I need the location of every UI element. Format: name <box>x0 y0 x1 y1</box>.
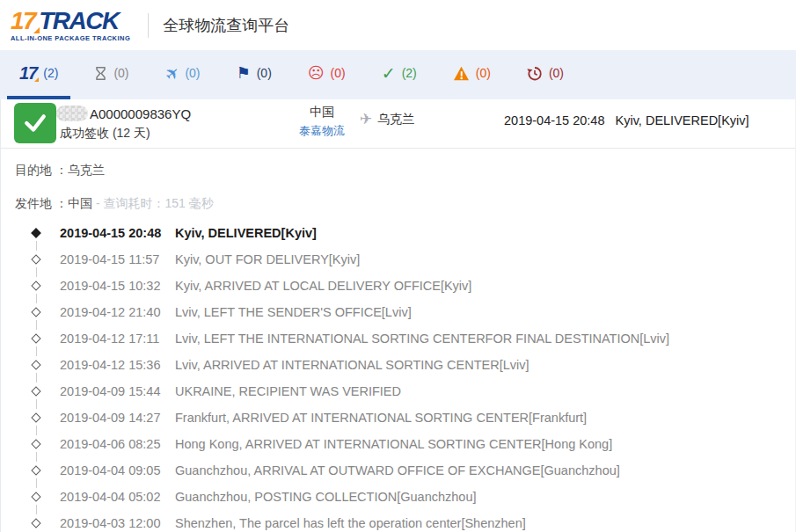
event-status: Kyiv, OUT FOR DELIVERY[Kyiv] <box>175 252 360 266</box>
event-date: 2019-04-12 17:11 <box>60 332 175 346</box>
header-divider <box>148 13 149 38</box>
event-date: 2019-04-12 15:36 <box>60 358 175 372</box>
timeline-event: 2019-04-09 15:44UKRAINE, RECIPIENT WAS V… <box>1 378 795 404</box>
event-status: Shenzhen, The parcel has left the operat… <box>175 516 526 530</box>
event-date: 2019-04-09 14:27 <box>60 411 175 425</box>
tab-arrived[interactable]: ⚑(0) <box>224 50 284 99</box>
tab-expired[interactable]: (0) <box>515 50 576 99</box>
destination-country: 乌克兰 <box>377 112 414 128</box>
latest-event-status: Kyiv, DELIVERED[Kyiv] <box>616 113 749 128</box>
timeline-event: 2019-04-04 05:02Guanchzhou, POSTING COLL… <box>1 484 795 510</box>
privacy-blur <box>56 106 88 121</box>
logo-wedge-icon <box>33 27 40 33</box>
check-icon: ✓ <box>382 65 396 82</box>
event-date: 2019-04-04 09:05 <box>60 463 175 477</box>
diamond-hollow-icon <box>31 492 40 501</box>
timeline-event: 2019-04-15 11:57Kyiv, OUT FOR DELIVERY[K… <box>1 246 795 273</box>
tab-undelivered[interactable]: ☹(0) <box>296 50 358 99</box>
diamond-hollow-icon <box>31 518 40 528</box>
diamond-hollow-icon <box>31 281 40 290</box>
event-status: Lviv, ARRIVED AT INTERNATIONAL SORTING C… <box>175 358 529 372</box>
timeline-event: 2019-04-12 21:40Lviv, LEFT THE SENDER'S … <box>1 299 795 325</box>
tab-count: (2) <box>402 66 417 80</box>
timeline-event: 2019-04-04 09:05Guanchzhou, ARRIVAL AT O… <box>1 457 795 484</box>
timeline-event: 2019-04-06 08:25Hong Kong, ARRIVED AT IN… <box>1 431 795 457</box>
origin-value: 中国 <box>68 196 92 212</box>
seventeen-logo-icon: 17 <box>19 63 37 84</box>
query-time-note: - 查询耗时：151 毫秒 <box>96 196 214 212</box>
tab-count: (2) <box>43 66 58 80</box>
logo-wordmark: 17TRACK <box>11 9 130 33</box>
tab-transit[interactable]: ✈(0) <box>153 50 213 99</box>
event-status: Guanchzhou, POSTING COLLECTION[Guanchzho… <box>175 490 477 504</box>
tab-count: (0) <box>257 66 272 80</box>
origin-country: 中国 <box>291 105 353 120</box>
event-date: 2019-04-03 12:00 <box>60 516 175 530</box>
sad-face-icon: ☹ <box>308 65 325 81</box>
warning-icon <box>453 66 470 81</box>
origin-column: 中国 泰嘉物流 <box>291 105 353 139</box>
header: 17TRACK ALL-IN-ONE PACKAGE TRACKING 全球物流… <box>0 0 796 50</box>
diamond-hollow-icon <box>31 412 40 422</box>
tracking-number: A0000009836YQ <box>56 104 191 123</box>
check-glyph <box>24 113 47 133</box>
timeline-event: 2019-04-12 17:11Lviv, LEFT THE INTERNATI… <box>1 325 795 352</box>
flag-icon: ⚑ <box>237 65 251 81</box>
tab-count: (0) <box>113 66 128 80</box>
timeline-event: 2019-04-15 20:48Kyiv, DELIVERED[Kyiv] <box>1 220 795 246</box>
event-status: Kyiv, ARRIVED AT LOCAL DELIVERY OFFICE[K… <box>175 279 471 293</box>
delivery-status-text: 成功签收 (12 天) <box>60 126 191 142</box>
event-status: Frankfurt, ARRIVED AT INTERNATIONAL SORT… <box>175 411 587 425</box>
tab-count: (0) <box>476 66 491 80</box>
shipment-info: A0000009836YQ 成功签收 (12 天) <box>56 104 191 142</box>
latest-event-time: 2019-04-15 20:48 <box>504 113 605 128</box>
timeline-event: 2019-04-03 12:00Shenzhen, The parcel has… <box>1 510 795 532</box>
event-date: 2019-04-15 11:57 <box>60 252 175 266</box>
event-status: Guanchzhou, ARRIVAL AT OUTWARD OFFICE OF… <box>175 463 620 477</box>
event-date: 2019-04-15 20:48 <box>60 226 175 240</box>
diamond-filled-icon <box>31 228 40 237</box>
destination-label: 目的地 ： <box>15 163 68 179</box>
route: 中国 泰嘉物流 ✈ 乌克兰 <box>291 105 414 139</box>
17track-logo[interactable]: 17TRACK ALL-IN-ONE PACKAGE TRACKING <box>11 9 130 42</box>
event-date: 2019-04-04 05:02 <box>60 490 175 504</box>
event-date: 2019-04-09 15:44 <box>60 384 175 398</box>
shipment-card[interactable]: A0000009836YQ 成功签收 (12 天) 中国 泰嘉物流 ✈ 乌克兰 … <box>1 99 795 149</box>
results-panel: A0000009836YQ 成功签收 (12 天) 中国 泰嘉物流 ✈ 乌克兰 … <box>0 99 796 532</box>
logo-tagline: ALL-IN-ONE PACKAGE TRACKING <box>11 35 130 42</box>
timeline-event: 2019-04-09 14:27Frankfurt, ARRIVED AT IN… <box>1 404 795 431</box>
plane-icon: ✈ <box>161 62 183 84</box>
timeline-event: 2019-04-12 15:36Lviv, ARRIVED AT INTERNA… <box>1 352 795 378</box>
tab-all[interactable]: 17(2) <box>7 50 70 99</box>
tab-exception[interactable]: (0) <box>441 50 503 99</box>
page-title: 全球物流查询平台 <box>163 15 289 36</box>
diamond-hollow-icon <box>31 307 40 317</box>
timeline-event: 2019-04-15 10:32Kyiv, ARRIVED AT LOCAL D… <box>1 273 795 299</box>
diamond-hollow-icon <box>31 439 40 448</box>
origin-label: 发件地 ： <box>15 196 68 212</box>
diamond-hollow-icon <box>31 333 40 343</box>
event-date: 2019-04-12 21:40 <box>60 305 175 319</box>
diamond-hollow-icon <box>31 386 40 396</box>
carrier-link[interactable]: 泰嘉物流 <box>299 123 345 139</box>
tracking-number-text: A0000009836YQ <box>90 106 191 121</box>
tab-count: (0) <box>549 66 564 80</box>
tracking-timeline: 2019-04-15 20:48Kyiv, DELIVERED[Kyiv]201… <box>1 220 795 532</box>
tab-pending[interactable]: (0) <box>82 50 141 99</box>
event-date: 2019-04-06 08:25 <box>60 437 175 451</box>
event-status: Hong Kong, ARRIVED AT INTERNATIONAL SORT… <box>175 437 612 451</box>
event-status: Lviv, LEFT THE INTERNATIONAL SORTING CEN… <box>175 332 669 346</box>
event-status: UKRAINE, RECIPIENT WAS VERIFIED <box>175 384 401 398</box>
logo-track: TRACK <box>39 7 119 34</box>
shipment-meta: 目的地 ： 乌克兰 发件地 ： 中国 - 查询耗时：151 毫秒 <box>1 149 795 214</box>
tab-delivered[interactable]: ✓(2) <box>369 50 429 99</box>
diamond-hollow-icon <box>31 254 40 264</box>
destination-value: 乌克兰 <box>68 163 105 179</box>
hourglass-icon <box>94 65 107 82</box>
delivered-check-icon <box>14 103 56 143</box>
event-status: Lviv, LEFT THE SENDER'S OFFICE[Lviv] <box>175 305 412 319</box>
diamond-hollow-icon <box>31 360 40 369</box>
event-status: Kyiv, DELIVERED[Kyiv] <box>175 226 317 240</box>
event-date: 2019-04-15 10:32 <box>60 279 175 293</box>
tab-count: (0) <box>185 66 200 80</box>
